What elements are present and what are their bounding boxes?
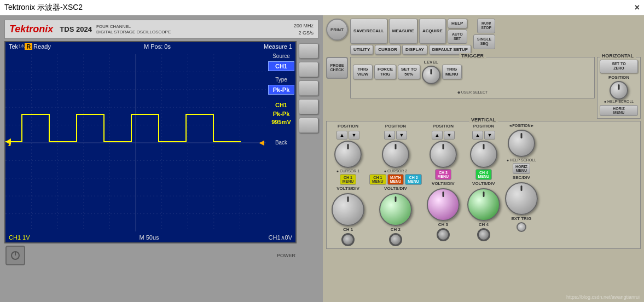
ch2-label: CH 2 <box>391 227 401 232</box>
scope-frequency: 200 MHz 2 GS/s <box>294 22 314 36</box>
ch2-pos-down[interactable]: ▼ <box>396 131 407 140</box>
trig-view-button[interactable]: TRIG VIEW <box>353 65 373 79</box>
ch4-pos-down[interactable]: ▼ <box>484 131 495 140</box>
measure-panel: Source CH1 Type Pk-Pk CH1 Pk-Pk 995mV Ba… <box>267 52 295 147</box>
power-button[interactable] <box>5 246 25 265</box>
measure-button[interactable]: MEASURE <box>389 19 417 44</box>
title-bar-text: Tektronix 示波器-XSC2 <box>4 3 83 13</box>
level-label: LEVEL <box>424 60 438 65</box>
side-button-5[interactable] <box>299 118 318 133</box>
single-seq-button[interactable]: SINGLE SEQ <box>473 34 495 49</box>
ch1-menu-button[interactable]: CH 1 MENU <box>340 174 357 185</box>
screen-main: Tek ⌇ᗑ R Ready M Pos: 0s Measure 1 <box>4 41 297 298</box>
main-container: Tektronix TDS 2024 FOUR CHANNEL DIGITAL … <box>0 15 644 302</box>
ch1-bottom: CH1 1V <box>9 234 30 241</box>
ch2-pos-up[interactable]: ▲ <box>384 131 395 140</box>
ch4-menu-button[interactable]: CH 4 MENU <box>475 169 492 180</box>
ch3-menu-button[interactable]: CH 3 MENU <box>435 169 452 180</box>
ch3-pos-up[interactable]: ▲ <box>432 131 443 140</box>
probe-check-button[interactable]: PROBE CHECK <box>326 57 348 79</box>
screen-wrapper: Tek ⌇ᗑ R Ready M Pos: 0s Measure 1 <box>4 41 318 298</box>
horiz-menu-button2[interactable]: HORIZ MENU <box>513 163 530 174</box>
acquire-button[interactable]: ACQUIRE <box>419 19 446 44</box>
help-button[interactable]: HELP <box>448 19 467 28</box>
power-icon <box>10 250 21 261</box>
utility-button[interactable]: UTILITY <box>350 45 373 55</box>
save-recall-button[interactable]: SAVE/RECALL <box>350 19 387 44</box>
math-menu-button[interactable]: MATH MENU <box>387 174 404 185</box>
force-trig-button[interactable]: FORCE TRIG <box>374 65 396 79</box>
ext-trig-column: ◄POSITION► ● HELP·SCROLL HORIZ MENU SEC/… <box>505 124 538 232</box>
side-buttons <box>299 43 318 298</box>
trigger-section: TRIGGER TRIG VIEW FORCE TRIG SET TO 50% … <box>350 57 595 98</box>
horiz-menu-button[interactable]: HORIZ MENU <box>600 105 638 116</box>
display-button[interactable]: DISPLAY <box>402 45 427 55</box>
measure-result: CH1 Pk-Pk 995mV <box>268 101 294 126</box>
ch1-menu-button2[interactable]: CH 1 MENU <box>369 174 386 185</box>
ch3-connector[interactable] <box>437 228 450 241</box>
side-button-4[interactable] <box>299 99 318 114</box>
cursor-button[interactable]: CURSOR <box>375 45 401 55</box>
measure-label: Measure 1 <box>264 43 292 50</box>
ch4-connector[interactable] <box>477 228 490 241</box>
below-screen: POWER <box>4 246 297 265</box>
ch3-pos-down[interactable]: ▼ <box>444 131 455 140</box>
auto-set-button[interactable]: AUTO SET <box>448 30 467 44</box>
cursor1-label: ● CURSOR 1 <box>336 169 359 173</box>
scope-display: Tek ⌇ᗑ R Ready M Pos: 0s Measure 1 <box>4 41 297 243</box>
horiz-pos-knob2[interactable] <box>508 130 535 157</box>
ch1-column: POSITION ▲ ▼ ● CURSOR 1 CH 1 MENU VOLTS/… <box>329 124 367 246</box>
tektronix-logo: Tektronix <box>9 24 53 35</box>
ch2-connector[interactable] <box>389 233 402 246</box>
scope-description: FOUR CHANNEL DIGITAL STORAGE OSCILLOSCOP… <box>96 24 294 34</box>
ch1-pos-down[interactable]: ▼ <box>349 131 359 140</box>
ch1-connector[interactable] <box>341 233 355 246</box>
side-button-3[interactable] <box>299 80 318 96</box>
ch4-voltsdiv-knob[interactable] <box>467 188 500 221</box>
source-label: Source <box>268 53 294 59</box>
pkpk-box[interactable]: Pk-Pk <box>268 85 294 95</box>
help-scroll-label: ● HELP·SCROLL <box>604 100 634 103</box>
set-to-50-button[interactable]: SET TO 50% <box>398 65 420 79</box>
cursor2-label: ● CURSOR 2 <box>384 169 407 173</box>
ch3-voltsdiv-knob[interactable] <box>427 188 460 221</box>
ch3-position-knob[interactable] <box>430 141 457 168</box>
menus-group: SAVE/RECALL MEASURE ACQUIRE HELP AUTO SE… <box>350 19 471 55</box>
scope-header: Tektronix TDS 2024 FOUR CHANNEL DIGITAL … <box>4 20 318 39</box>
top-controls-row: PRINT SAVE/RECALL MEASURE ACQUIRE HELP A… <box>326 19 641 55</box>
side-button-1[interactable] <box>299 43 318 59</box>
scope-bottom-bar: CH1 1V M 50us CH1∧0V <box>5 234 295 241</box>
vertical-label: VERTICAL <box>469 117 498 123</box>
user-select-label: ◆ USER SELECT <box>457 90 488 94</box>
ch1-voltsdiv-knob[interactable] <box>332 193 364 226</box>
ext-trig-label: EXT TRIG <box>511 216 531 221</box>
side-button-2[interactable] <box>299 62 318 77</box>
ch4-position-knob[interactable] <box>470 141 497 168</box>
watermark: https://blog.csdn.net/awangtianrui <box>566 294 640 300</box>
ext-trig-connector[interactable] <box>517 222 526 232</box>
run-stop-button[interactable]: RUN/ STOP <box>477 19 495 33</box>
trig-menu-button[interactable]: TRIG MENU <box>442 65 462 79</box>
ch2-voltsdiv-knob[interactable] <box>379 193 412 226</box>
horiz-position-label: POSITION <box>608 75 629 80</box>
ch2-position-knob[interactable] <box>382 141 409 168</box>
ch1-pos-up[interactable]: ▲ <box>336 131 347 140</box>
time-bottom: M 50us <box>139 234 159 241</box>
ch4-pos-up[interactable]: ▲ <box>472 131 483 140</box>
ch2-column: POSITION ▲ ▼ ● CURSOR 2 CH 1 MENU MATH M… <box>369 124 422 246</box>
ch4-label: CH 4 <box>479 222 489 227</box>
print-button[interactable]: PRINT <box>326 19 348 40</box>
level-knob[interactable] <box>422 66 440 84</box>
horizontal-label: HORIZONTAL <box>600 53 636 59</box>
level-group: LEVEL <box>422 60 440 84</box>
close-button[interactable]: × <box>635 3 640 13</box>
scope-model: TDS 2024 <box>60 25 92 33</box>
ch1-source-box[interactable]: CH1 <box>268 61 294 71</box>
set-to-zero-button[interactable]: SET TO ZERO <box>600 60 638 73</box>
sec-div-knob[interactable] <box>505 182 538 215</box>
ch1-label: CH 1 <box>343 227 353 232</box>
ch1-position-knob[interactable] <box>334 141 362 168</box>
ch3-column: POSITION ▲ ▼ CH 3 MENU VOLTS/DIV CH 3 <box>424 124 462 241</box>
ch2-menu-button[interactable]: CH 2 MENU <box>405 174 422 185</box>
horiz-position-knob[interactable] <box>610 81 628 100</box>
